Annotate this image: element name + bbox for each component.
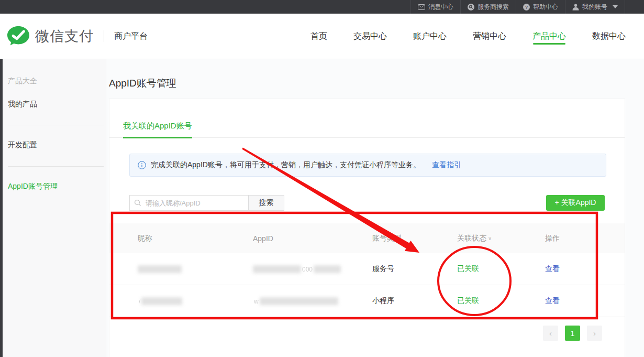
topbar-item-label: 消息中心 (428, 3, 453, 12)
table-row: / w 小程序 已关联 查看 (109, 285, 625, 317)
info-banner: 完成关联的AppID账号，将可用于支付，营销，用户触达，支付凭证小程序等业务。 … (129, 154, 606, 177)
column-header-actions: 操作 (545, 234, 625, 243)
cell-nickname-redacted: / (138, 297, 253, 306)
user-icon (572, 4, 579, 10)
topbar-item-label: 我的账号 (582, 3, 607, 12)
cell-nickname-redacted (138, 265, 253, 274)
column-header-nickname: 昵称 (138, 234, 253, 243)
topbar-item-my-account[interactable]: 我的账号 (565, 0, 625, 14)
topbar-item-label: 帮助中心 (533, 3, 558, 12)
nav-item-product-center[interactable]: 产品中心 (532, 18, 566, 55)
portal-label: 商户平台 (114, 31, 148, 42)
help-circle-icon: ? (523, 4, 530, 10)
search-box: 搜索 (129, 195, 284, 211)
nav-item-data-center[interactable]: 数据中心 (592, 18, 626, 55)
table-row: 000 服务号 已关联 查看 (109, 253, 625, 285)
sidebar-item-my-products[interactable]: 我的产品 (8, 100, 37, 109)
table-header-row: 昵称 AppID 账号类型 关联状态∨ 操作 (109, 223, 625, 253)
status-badge: 已关联 (457, 296, 545, 306)
link-appid-button[interactable]: + 关联AppID (546, 195, 605, 211)
brand-divider (104, 30, 104, 42)
nav-item-transaction-center[interactable]: 交易中心 (353, 18, 387, 55)
prev-page-button[interactable]: ‹ (543, 326, 558, 341)
mail-icon (418, 4, 425, 10)
primary-nav: 首页 交易中心 账户中心 营销中心 产品中心 数据中心 (310, 14, 626, 59)
cell-appid-redacted: w (253, 297, 372, 306)
brand-name: 微信支付 (35, 27, 94, 46)
wechat-pay-logo-icon (6, 26, 30, 47)
column-header-appid: AppID (253, 234, 372, 243)
column-header-link-status[interactable]: 关联状态∨ (457, 234, 545, 243)
sidebar-divider (8, 166, 104, 167)
column-header-account-type: 账号类型 (372, 234, 457, 243)
main-content: AppID账号管理 我关联的AppID账号 完成关联的AppID账号，将可用于支… (106, 59, 644, 357)
topbar: 消息中心 服务商搜索 ? 帮助中心 我的账号 (0, 0, 644, 14)
sort-caret-icon: ∨ (488, 235, 492, 241)
next-page-button[interactable]: › (587, 326, 602, 341)
cell-appid-redacted: 000 (253, 265, 372, 274)
content-card: 我关联的AppID账号 完成关联的AppID账号，将可用于支付，营销，用户触达，… (109, 99, 625, 357)
sidebar-item-appid-management[interactable]: AppID账号管理 (8, 182, 58, 191)
topbar-item-message-center[interactable]: 消息中心 (410, 0, 460, 14)
current-page-button[interactable]: 1 (565, 326, 580, 341)
search-input[interactable] (129, 195, 248, 211)
nav-item-home[interactable]: 首页 (310, 18, 327, 55)
page-title: AppID账号管理 (109, 77, 176, 90)
nav-item-account-center[interactable]: 账户中心 (413, 18, 447, 55)
header: 微信支付 商户平台 首页 交易中心 账户中心 营销中心 产品中心 数据中心 (0, 14, 644, 59)
topbar-item-provider-search[interactable]: 服务商搜索 (460, 0, 516, 14)
view-link[interactable]: 查看 (545, 296, 625, 306)
sidebar: 产品大全 我的产品 开发配置 AppID账号管理 (3, 59, 106, 357)
sidebar-divider (8, 125, 104, 125)
tab-bar: 我关联的AppID账号 (109, 99, 625, 138)
nav-item-marketing-center[interactable]: 营销中心 (473, 18, 506, 55)
svg-text:?: ? (525, 4, 528, 9)
search-circle-icon (468, 4, 474, 10)
wechat-pay-merchant-platform: 消息中心 服务商搜索 ? 帮助中心 我的账号 (0, 0, 644, 357)
view-guide-link[interactable]: 查看指引 (432, 160, 461, 170)
cell-account-type: 小程序 (372, 296, 457, 306)
tab-my-linked-appids[interactable]: 我关联的AppID账号 (123, 121, 192, 138)
search-button[interactable]: 搜索 (248, 195, 284, 211)
sidebar-section-products: 产品大全 (8, 77, 37, 86)
page-body: 产品大全 我的产品 开发配置 AppID账号管理 AppID账号管理 我关联的A… (0, 59, 644, 357)
status-badge: 已关联 (457, 264, 545, 274)
sidebar-item-dev-config[interactable]: 开发配置 (8, 140, 37, 150)
banner-text: 完成关联的AppID账号，将可用于支付，营销，用户触达，支付凭证小程序等业务。 (151, 160, 420, 170)
info-icon (138, 161, 146, 169)
cell-account-type: 服务号 (372, 264, 457, 274)
appid-table: 昵称 AppID 账号类型 关联状态∨ 操作 000 服务号 已关联 查看 (109, 223, 625, 317)
chevron-down-icon (613, 5, 618, 8)
brand: 微信支付 商户平台 (6, 14, 148, 59)
topbar-item-help-center[interactable]: ? 帮助中心 (516, 0, 565, 14)
topbar-item-label: 服务商搜索 (478, 3, 509, 12)
view-link[interactable]: 查看 (545, 264, 625, 274)
pagination: ‹ 1 › (543, 326, 602, 341)
